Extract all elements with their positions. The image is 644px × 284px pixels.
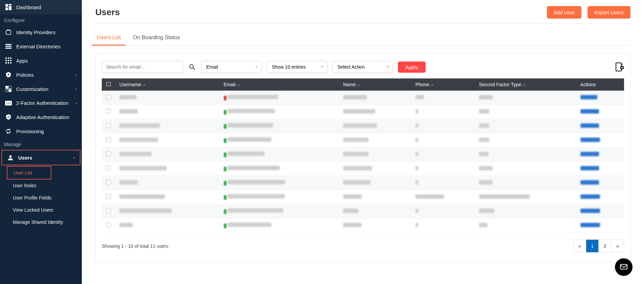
svg-rect-21 (5, 89, 8, 92)
shield-gear-icon (5, 72, 12, 78)
col-username[interactable]: Username↓↑ (115, 78, 220, 91)
svg-rect-5 (5, 44, 11, 45)
sidebar-item-idp[interactable]: Identity Providers (0, 25, 82, 39)
col-name[interactable]: Name↓↑ (339, 78, 411, 91)
sidebar-subitem-userlist[interactable]: User List (7, 166, 51, 180)
sidebar-subitem-userroles[interactable]: User Roles (13, 180, 82, 192)
apply-button[interactable]: Apply (398, 62, 426, 73)
users-table: Username↓↑ Email↓↑ Name↓↑ Phone↓↑ Second… (102, 78, 624, 233)
showing-text: Showing 1 - 10 of total 11 users (102, 243, 168, 249)
svg-rect-18 (5, 86, 8, 89)
svg-rect-6 (5, 46, 11, 47)
row-checkbox[interactable] (106, 180, 111, 185)
row-checkbox[interactable] (106, 123, 111, 128)
row-action[interactable] (580, 109, 599, 114)
export-users-button[interactable]: Export Users (588, 6, 630, 19)
sidebar-subitem-locked[interactable]: View Locked Users (13, 204, 82, 216)
row-checkbox[interactable] (106, 95, 111, 99)
sidebar-item-extdir[interactable]: External Directories (0, 39, 82, 53)
sidebar-subitem-profilefields[interactable]: User Profile Fields (13, 192, 82, 204)
sidebar-item-adaptive[interactable]: Adaptive Authentication (0, 110, 82, 124)
svg-rect-3 (5, 7, 8, 10)
sidebar-item-apps[interactable]: Apps (0, 53, 82, 68)
table-row (102, 105, 624, 119)
table-row (102, 133, 624, 147)
dashboard-icon (5, 4, 12, 10)
row-checkbox[interactable] (106, 222, 111, 227)
row-action[interactable] (580, 138, 600, 142)
svg-rect-4 (6, 30, 11, 34)
sidebar-item-dashboard[interactable]: Dashboard (0, 0, 82, 14)
sidebar-section-manage: Manage (0, 138, 82, 149)
row-action[interactable] (580, 223, 600, 227)
row-action[interactable] (580, 180, 599, 185)
table-row (102, 91, 624, 105)
add-file-icon[interactable] (615, 62, 624, 72)
sidebar-item-label: Adaptive Authentication (16, 114, 77, 120)
sidebar-subitem-shared[interactable]: Manage Shared Identity (13, 216, 82, 228)
sidebar-item-policies[interactable]: Policies › (0, 68, 82, 82)
chevron-right-icon: › (76, 100, 77, 105)
svg-rect-7 (5, 48, 11, 49)
sidebar-item-label: 2-Factor Authentication (16, 100, 76, 106)
col-phone[interactable]: Phone↓↑ (411, 78, 475, 91)
apps-icon (5, 57, 12, 64)
sidebar-item-2fa[interactable]: 123 2-Factor Authentication › (0, 96, 82, 110)
row-checkbox[interactable] (106, 166, 111, 170)
row-checkbox[interactable] (106, 194, 111, 199)
table-row (102, 147, 624, 162)
svg-point-17 (8, 74, 9, 75)
sidebar-item-provisioning[interactable]: Provisioning (0, 124, 82, 138)
page-2[interactable]: 2 (599, 240, 611, 252)
page-«[interactable]: « (574, 240, 586, 252)
chat-widget[interactable] (615, 258, 633, 276)
search-input[interactable] (102, 61, 183, 73)
row-action[interactable] (580, 166, 599, 170)
select-all-header[interactable] (102, 78, 115, 91)
sidebar-item-customization[interactable]: Customization › (0, 82, 82, 96)
toolbar: Email Show 10 entries Select Action Appl… (102, 61, 624, 73)
row-checkbox[interactable] (106, 137, 111, 142)
table-row (102, 162, 624, 176)
svg-rect-0 (5, 4, 8, 7)
svg-rect-10 (10, 57, 11, 59)
table-row (102, 218, 624, 233)
svg-rect-13 (10, 60, 11, 61)
page-size-select[interactable]: Show 10 entries (267, 61, 328, 73)
tab-onboard[interactable]: On Boarding Status (132, 30, 182, 45)
svg-point-25 (190, 65, 193, 68)
sidebar-item-users[interactable]: Users › (1, 150, 80, 165)
customize-icon (5, 86, 12, 92)
tab-list[interactable]: Users List (95, 30, 122, 45)
col-second-factor[interactable]: Second Factor Type↓↑ (475, 78, 576, 91)
sidebar-section-configure: Configure (0, 14, 82, 25)
row-checkbox[interactable] (106, 109, 111, 114)
row-checkbox[interactable] (106, 208, 111, 213)
col-email[interactable]: Email↓↑ (220, 78, 339, 91)
row-action[interactable] (580, 209, 600, 213)
row-checkbox[interactable] (106, 151, 111, 156)
row-action[interactable] (580, 152, 599, 156)
svg-rect-11 (5, 60, 7, 61)
row-action[interactable] (580, 123, 599, 128)
page-1[interactable]: 1 (586, 240, 599, 252)
page-title: Users (95, 7, 541, 18)
sidebar-item-label: Identity Providers (16, 29, 77, 35)
svg-text:123: 123 (6, 102, 11, 105)
row-action[interactable] (580, 95, 597, 99)
page-»[interactable]: » (612, 240, 624, 252)
search-button[interactable] (188, 63, 196, 71)
col-actions: Actions (576, 78, 624, 91)
pagination: «12» (573, 239, 624, 253)
table-row (102, 204, 624, 218)
table-footer: Showing 1 - 10 of total 11 users «12» (102, 239, 624, 253)
svg-rect-12 (8, 60, 9, 61)
add-user-button[interactable]: Add User (547, 6, 582, 19)
sidebar: Dashboard Configure Identity Providers E… (0, 0, 82, 284)
svg-rect-16 (10, 62, 11, 64)
bulk-action-select[interactable]: Select Action (332, 61, 393, 73)
svg-rect-2 (9, 6, 11, 10)
svg-rect-28 (620, 264, 627, 269)
row-action[interactable] (580, 194, 600, 199)
filter-field-select[interactable]: Email (201, 61, 262, 73)
